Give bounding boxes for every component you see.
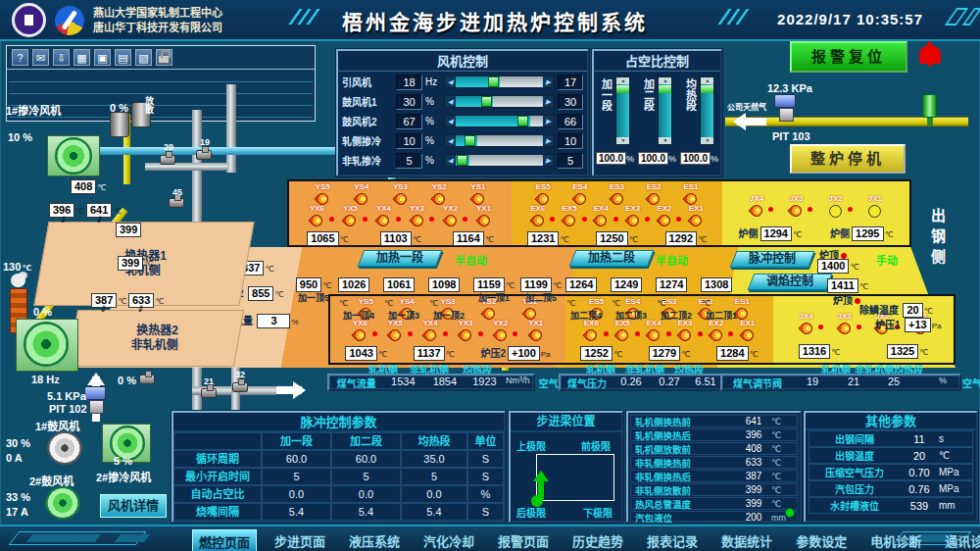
fan-control-row: 鼓风机1 30 % ◀▶ 30: [342, 92, 583, 111]
burner: JX3: [837, 313, 851, 334]
valve-icon: [160, 155, 175, 165]
mix-fan1-speed: 10 %: [8, 131, 32, 143]
roof-temp: 1159℃加一顶1: [473, 275, 514, 321]
burner-label: YX2: [443, 205, 458, 213]
toolbar-icon[interactable]: ?: [12, 49, 28, 66]
fan-panel-title: 风机控制: [338, 51, 587, 72]
burner-label: YS2: [432, 183, 447, 191]
burner: EX2: [657, 205, 671, 226]
flame-icon: [749, 203, 765, 220]
toolbar-icon[interactable]: ▦: [74, 49, 90, 66]
nav-tab[interactable]: 通讯诊断: [939, 529, 980, 551]
burner: YS5: [316, 183, 330, 205]
nav-tab[interactable]: 历史趋势: [566, 529, 629, 551]
pulse-rows: 循环周期 60.0 60.0 35.0 S 最小开启时间 5 5 5 S 自动占…: [173, 450, 504, 521]
nav-tab[interactable]: 报表记录: [641, 529, 704, 551]
table-row: 空气调节阀293245%: [953, 376, 980, 390]
duty-slider[interactable]: ▲▼: [615, 76, 630, 145]
other-params-panel: 其他参数 出钢间隔 11 s 出钢温度 20 ℃ 压缩空气压力 0.70 MPa…: [804, 411, 978, 523]
temp-readout: 炉侧1294℃: [739, 224, 802, 241]
burner: EX5: [615, 320, 630, 341]
temp-readout: 950℃: [296, 275, 331, 292]
burner-label: YX4: [376, 205, 391, 213]
title-bar: 燕山大学国家轧制工程中心 唐山华丁科技开发有限公司 梧州金海步进加热炉控制系统 …: [0, 0, 980, 41]
duty-value: 100.0: [680, 152, 710, 165]
nav-tab[interactable]: 数据统计: [715, 529, 778, 551]
temp-readout: 1250℃: [596, 228, 637, 246]
temp-value: 1252: [580, 346, 612, 361]
nav-tab[interactable]: 步进页面: [269, 529, 331, 551]
nav-tab[interactable]: 参数设定: [790, 529, 853, 551]
burner-label: EX1: [689, 205, 704, 213]
drum-level-status-dot: [785, 508, 795, 518]
nav-deco: [26, 534, 101, 542]
temp-unit: ℃: [612, 299, 620, 308]
fan-slider[interactable]: ◀▶: [444, 154, 555, 167]
nav-tab[interactable]: 汽化冷却: [417, 529, 480, 551]
toolbar-icon[interactable]: ⇩: [53, 49, 70, 66]
burner-label: ES5: [536, 183, 551, 191]
temp-value: 1065: [307, 231, 338, 246]
pulse-param-panel: 脉冲控制参数 加一段 加二段 均热段 单位 循环周期 60.0 60.0 35.…: [172, 411, 506, 523]
blower2-speed: 33 %: [6, 491, 30, 503]
burner-off-icon: [829, 205, 842, 218]
toolbar-icon[interactable]: ▧: [135, 49, 152, 66]
burner-label: YX2: [493, 320, 508, 327]
burner-label: EX6: [530, 205, 545, 213]
nav-tab[interactable]: 电机诊断: [864, 529, 927, 551]
nav-tab[interactable]: 燃控页面: [192, 529, 257, 551]
temp-unit: ℃: [566, 299, 575, 308]
fan-row-unit: Hz: [425, 76, 441, 87]
temp-value: 1061: [383, 277, 415, 292]
fan-row-setpoint: 17: [558, 75, 583, 90]
down-arrow-icon: ⇓: [59, 215, 67, 225]
burner: JX3: [789, 195, 803, 217]
soak-mode: 手动: [876, 252, 898, 268]
nav-tab[interactable]: 报警页面: [492, 529, 555, 551]
fan-detail-button[interactable]: 风机详情: [100, 494, 167, 518]
temp-readout: 130℃: [3, 261, 31, 273]
valve-table: 煤气调节阀192125%空气调节阀293245%: [720, 374, 961, 391]
roof-temp: 1264℃加二顶4: [565, 275, 607, 321]
burner-label: JX3: [837, 313, 851, 321]
pulse-control-button[interactable]: 脉冲控制: [730, 251, 815, 268]
burner: YS4: [354, 183, 368, 205]
fan-slider[interactable]: ◀▶: [444, 95, 555, 108]
flame-control-button[interactable]: 调焰控制: [748, 274, 833, 290]
toolbar-icon[interactable]: ▤: [115, 49, 131, 66]
fan-slider[interactable]: ◀▶: [444, 115, 555, 127]
temp-readout: 1249℃: [611, 275, 652, 310]
duty-slider[interactable]: ▲▼: [700, 76, 714, 145]
flame-icon: [708, 327, 724, 344]
ys-burner-row: YS5YS4YS3YS2YS1: [291, 183, 510, 205]
valve-opening: 21: [204, 376, 214, 386]
burner: YX1: [476, 205, 491, 226]
pit103-tag: PIT 103: [772, 130, 810, 142]
alarm-reset-button[interactable]: 报警复位: [790, 41, 907, 73]
flame-icon: [352, 327, 368, 344]
temp-value: 1279: [649, 346, 680, 361]
toolbar-icon[interactable]: ▣: [94, 49, 111, 66]
temp-unit: ℃: [553, 281, 562, 290]
gas-flow-arrow-icon: [737, 118, 766, 125]
burner-label: EX6: [584, 320, 599, 327]
valve-opening: 29: [164, 142, 173, 152]
duty-slider[interactable]: ▲▼: [658, 76, 672, 145]
temp-label: 炉侧: [739, 228, 759, 239]
furnace-shutdown-button[interactable]: 整炉停机: [790, 144, 906, 174]
table-row: 自动占空比 0.0 0.0 0.0 %: [173, 485, 504, 503]
flame-icon: [529, 213, 546, 229]
burner-label: YX3: [410, 205, 424, 213]
flow-arrow-icon: [276, 386, 302, 394]
toolbar-icon[interactable]: ✉: [32, 49, 49, 66]
valve-icon: [139, 375, 155, 384]
list-item: 汽包压力 0.76 MPa: [808, 480, 973, 497]
burner-label: EX5: [562, 205, 576, 213]
temp-value: 1250: [596, 231, 627, 246]
fan-slider[interactable]: ◀▶: [444, 134, 555, 147]
valve-icon: [169, 198, 184, 208]
temp-readout: 1292℃: [665, 228, 707, 246]
nav-tab[interactable]: 液压系统: [343, 529, 406, 551]
fan-slider[interactable]: ◀▶: [444, 75, 555, 88]
valve-icon: [84, 386, 106, 400]
